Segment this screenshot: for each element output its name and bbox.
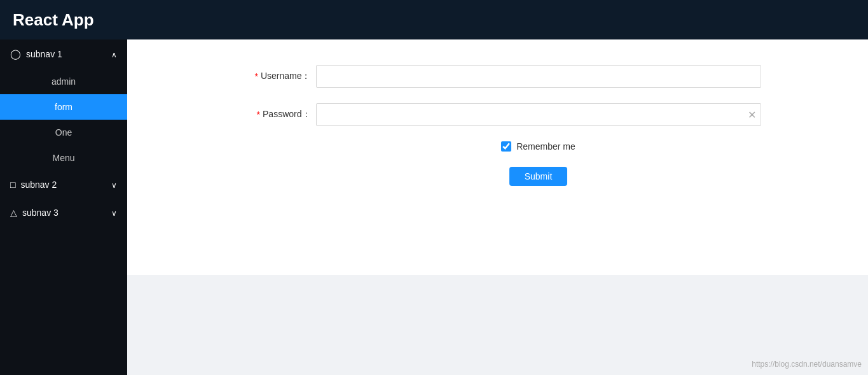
app-title: React App	[13, 10, 94, 30]
user-icon: ◯	[10, 48, 21, 60]
watermark: https://blog.csdn.net/duansamve	[752, 360, 862, 369]
sidebar-item-subnav3[interactable]: △ subnav 3	[0, 199, 127, 227]
submit-button[interactable]: Submit	[509, 167, 568, 186]
bell-icon: △	[10, 208, 17, 218]
sidebar-item-form[interactable]: form	[0, 94, 127, 120]
submit-row: Submit	[234, 167, 843, 186]
chevron-down-icon	[111, 180, 117, 190]
main-content: * Username： * Password： ✕ Remember	[127, 39, 868, 375]
form-container: * Username： * Password： ✕ Remember	[127, 39, 868, 275]
chevron-down-icon2	[111, 208, 117, 218]
chevron-up-icon	[111, 49, 117, 59]
subnav2-label: subnav 2	[20, 180, 57, 190]
remember-me-row: Remember me	[234, 141, 843, 152]
sidebar-item-menu[interactable]: Menu	[0, 145, 127, 171]
username-label: * Username：	[235, 71, 311, 82]
password-row: * Password： ✕	[153, 103, 843, 126]
subnav3-label: subnav 3	[22, 208, 59, 218]
sidebar-item-one[interactable]: One	[0, 120, 127, 145]
sidebar-item-subnav1[interactable]: ◯ subnav 1	[0, 39, 127, 69]
username-row: * Username：	[153, 65, 843, 88]
app-header: React App	[0, 0, 868, 39]
password-label: * Password：	[235, 109, 311, 120]
sidebar: ◯ subnav 1 admin form One Menu □ subnav …	[0, 39, 127, 375]
main-layout: ◯ subnav 1 admin form One Menu □ subnav …	[0, 39, 868, 375]
sidebar-item-admin[interactable]: admin	[0, 69, 127, 94]
subnav1-label: subnav 1	[26, 49, 62, 59]
sidebar-item-subnav2[interactable]: □ subnav 2	[0, 171, 127, 199]
password-wrapper: ✕	[316, 103, 761, 126]
monitor-icon: □	[10, 180, 15, 190]
eye-icon[interactable]: ✕	[748, 109, 756, 121]
remember-me-label: Remember me	[516, 141, 575, 152]
username-input[interactable]	[316, 65, 761, 88]
remember-me-checkbox[interactable]	[501, 141, 511, 152]
password-input[interactable]	[316, 103, 761, 126]
password-required-star: *	[257, 110, 260, 120]
username-required-star: *	[254, 71, 258, 81]
